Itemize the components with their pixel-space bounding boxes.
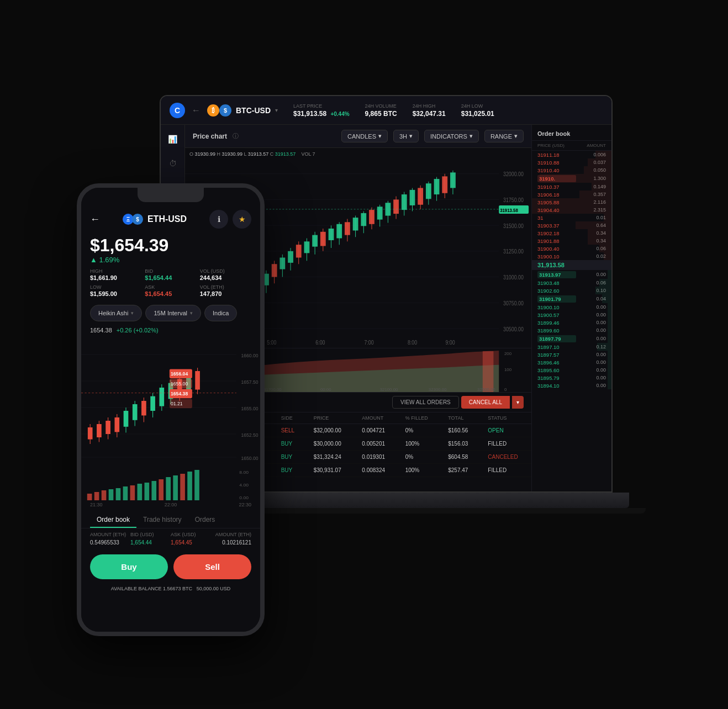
back-arrow-icon[interactable]: ← xyxy=(192,105,201,115)
sell-button[interactable]: Sell xyxy=(173,554,251,579)
svg-text:0.00: 0.00 xyxy=(239,495,249,500)
ob-bid-amount: 0.00 xyxy=(575,327,606,333)
svg-rect-26 xyxy=(272,264,277,277)
ism-interval-button[interactable]: 15M Interval ▾ xyxy=(145,305,201,321)
chevron-down-icon: ▾ xyxy=(190,310,193,316)
phone-ob-col-4: Amount (ETH) xyxy=(211,532,251,537)
svg-rect-115 xyxy=(141,401,146,415)
cell-side: SELL xyxy=(273,424,306,437)
tab-trade-history[interactable]: Trade history xyxy=(136,512,188,528)
svg-text:1656.04: 1656.04 xyxy=(171,371,188,377)
svg-rect-60 xyxy=(410,190,415,205)
phone-vol-eth-value: 147,870 xyxy=(200,290,251,297)
phone-mini-chart[interactable]: 1660.00 1657.50 1655.00 1652.50 1650.00 … xyxy=(81,335,260,467)
cell-status: OPEN xyxy=(480,424,531,437)
svg-rect-28 xyxy=(279,258,285,269)
indicators-button-mobile[interactable]: Indica xyxy=(204,305,237,321)
svg-text:1650.00: 1650.00 xyxy=(241,455,258,461)
svg-rect-149 xyxy=(138,484,143,500)
ob-bid-price: 31913.97 xyxy=(537,271,576,278)
phone-stat-high: HIGH $1,661.90 xyxy=(90,268,141,281)
chart-icon[interactable]: 📊 xyxy=(165,131,181,147)
candles-button[interactable]: CANDLES ▾ xyxy=(341,130,388,142)
svg-text:1660.00: 1660.00 xyxy=(241,352,258,358)
phone-ob-col-2: Bid (USD) xyxy=(130,532,171,537)
pair-name: BTC-USD xyxy=(236,106,271,115)
cell-side: BUY xyxy=(273,451,306,464)
volume-value: 9,865 BTC xyxy=(365,110,397,118)
orderbook-ask-row: 31900.40 0.06 xyxy=(532,245,611,252)
cell-filled: 0% xyxy=(398,451,441,464)
svg-rect-111 xyxy=(124,411,129,427)
buy-button[interactable]: Buy xyxy=(90,554,168,579)
tab-order-book[interactable]: Order book xyxy=(90,512,136,528)
svg-rect-36 xyxy=(312,235,318,247)
cell-amount: 0.004721 xyxy=(354,424,397,437)
orderbook-bid-row: 31897.57 0.00 xyxy=(532,351,611,358)
svg-text:1657.50: 1657.50 xyxy=(241,379,258,385)
cell-amount: 0.005201 xyxy=(354,437,397,451)
range-button[interactable]: RANGE ▾ xyxy=(484,130,524,142)
cancel-all-button[interactable]: CANCEL ALL xyxy=(461,396,510,409)
phone-pair-info: Ξ $ ETH-USD xyxy=(105,214,204,225)
phone-stat-low: LOW $1,595.00 xyxy=(90,284,141,297)
svg-rect-68 xyxy=(442,176,447,193)
indicators-button[interactable]: INDICATORS ▾ xyxy=(424,130,479,142)
btc-icon: ₿ xyxy=(207,104,219,117)
clock-icon[interactable]: ⏱ xyxy=(165,156,181,171)
ob-bid-amount: 0.00 xyxy=(575,312,606,318)
col-filled: % FILLED xyxy=(398,412,441,424)
cancel-chevron-button[interactable]: ▾ xyxy=(512,396,524,409)
order-book-panel: Order book PRICE (USD) AMOUNT 31911.18 0… xyxy=(531,125,611,491)
high-value: $32,047.31 xyxy=(413,110,446,118)
svg-text:8:00: 8:00 xyxy=(408,339,418,346)
pair-selector[interactable]: ₿ $ BTC-USD ▾ xyxy=(207,104,278,117)
phone-back-button[interactable]: ← xyxy=(90,214,100,225)
phone-candle-svg: 1660.00 1657.50 1655.00 1652.50 1650.00 … xyxy=(81,335,260,467)
interval-button[interactable]: 3H ▾ xyxy=(393,130,419,142)
ob-bid-price: 31895.60 xyxy=(537,367,575,373)
ob-amount-header: AMOUNT xyxy=(573,143,606,148)
svg-rect-103 xyxy=(88,427,93,440)
phone-vol-eth-label: VOL (ETH) xyxy=(200,284,251,290)
phone-ob-amount-r: 0.10216121 xyxy=(211,539,251,546)
desktop-header: C ← ₿ $ BTC-USD ▾ LAST PRICE $31,913.58 xyxy=(161,96,611,125)
svg-text:5:00: 5:00 xyxy=(267,339,277,346)
phone-chart-controls: Heikin Ashi ▾ 15M Interval ▾ Indica xyxy=(81,300,260,326)
svg-text:9:00: 9:00 xyxy=(445,339,455,346)
cell-status: FILLED xyxy=(480,437,531,451)
svg-rect-147 xyxy=(123,486,128,500)
phone-action-buttons: Buy Sell xyxy=(81,549,260,585)
phone-vol-usd-label: VOL (USD) xyxy=(200,268,251,274)
phone-price-main: $1,654.39 xyxy=(90,235,251,256)
svg-text:00:00: 00:00 xyxy=(320,387,331,392)
ob-bid-amount: 0.00 xyxy=(575,352,606,357)
view-all-orders-button[interactable]: VIEW ALL ORDERS xyxy=(392,396,459,409)
ob-bid-price: 31900.10 xyxy=(537,304,575,310)
tab-orders[interactable]: Orders xyxy=(188,512,222,528)
svg-text:100: 100 xyxy=(504,367,512,372)
orderbook-ask-row: 31901.88 0.34 xyxy=(532,237,611,245)
phone-info-button[interactable]: ℹ xyxy=(209,210,228,229)
low-stat: 24H LOW $31,025.01 xyxy=(461,103,494,118)
orderbook-spread: 31,913.58 xyxy=(532,260,611,270)
orderbook-bid-row: 31900.10 0.00 xyxy=(532,303,611,311)
cell-total: $156.03 xyxy=(440,437,480,451)
ob-bid-amount: 0.00 xyxy=(576,336,606,341)
time-label-2: 22:00 xyxy=(165,502,177,507)
ob-ask-price: 31900.40 xyxy=(537,246,575,252)
heikin-ashi-button[interactable]: Heikin Ashi ▾ xyxy=(90,305,142,321)
phone-header: ← Ξ $ ETH-USD ℹ ★ xyxy=(81,205,260,233)
svg-rect-145 xyxy=(109,489,114,500)
orderbook-ask-row: 31910.88 0.037 xyxy=(532,158,611,166)
phone-star-button[interactable]: ★ xyxy=(233,210,251,229)
ob-bid-price: 31894.10 xyxy=(537,383,575,389)
orderbook-bid-row: 31899.46 0.00 xyxy=(532,319,611,326)
svg-rect-148 xyxy=(130,485,135,500)
svg-rect-46 xyxy=(353,218,358,230)
svg-text:200: 200 xyxy=(504,351,512,356)
orderbook-title: Order book xyxy=(532,125,611,141)
chevron-down-icon: ▾ xyxy=(275,107,278,113)
svg-rect-105 xyxy=(97,424,102,437)
cell-side: BUY xyxy=(273,437,306,451)
